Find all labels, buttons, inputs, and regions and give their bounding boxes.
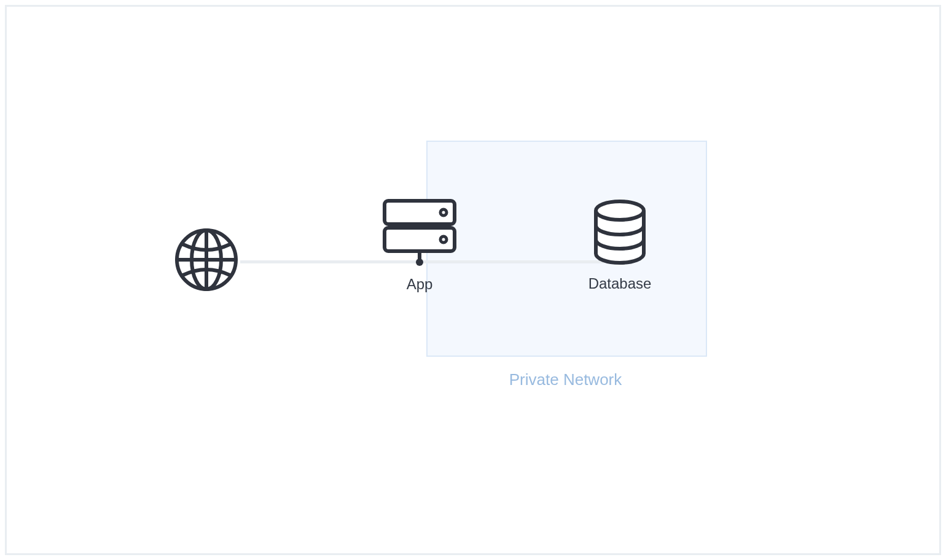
node-database: Database [577, 198, 663, 292]
svg-point-10 [596, 201, 644, 220]
svg-rect-4 [385, 201, 455, 224]
node-internet [163, 226, 249, 294]
private-network-label: Private Network [426, 370, 705, 389]
node-app: App [377, 196, 463, 293]
server-icon [377, 196, 463, 270]
private-network-zone [426, 141, 707, 357]
node-database-label: Database [577, 275, 663, 292]
node-app-label: App [377, 276, 463, 293]
globe-icon [163, 226, 249, 294]
svg-point-9 [416, 259, 423, 266]
diagram-frame: Private Network [5, 5, 941, 555]
diagram-canvas: Private Network [7, 7, 939, 553]
svg-rect-5 [385, 228, 455, 251]
database-icon [577, 198, 663, 269]
